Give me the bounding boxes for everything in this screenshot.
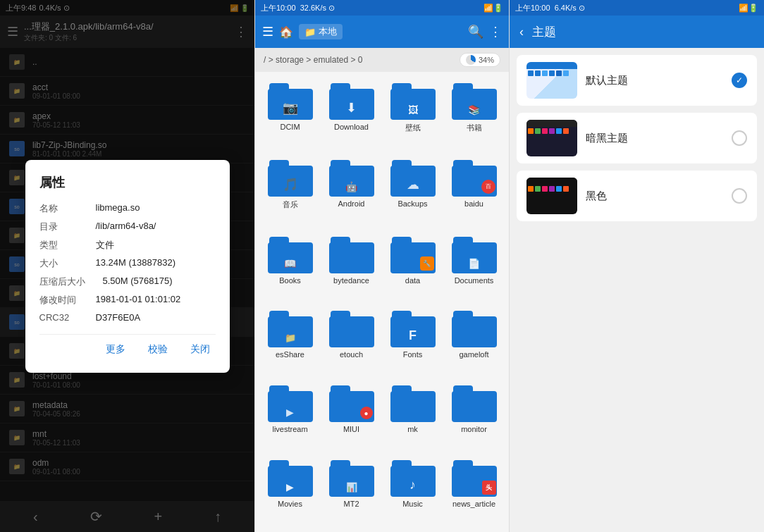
folder-img-documents: 📄 <box>452 237 497 273</box>
dialog-title: 属性 <box>39 174 216 191</box>
folder-documents[interactable]: 📄 Documents <box>445 231 503 303</box>
folder-img-news-article: 头 <box>452 460 497 497</box>
folder-icon: 📁 <box>304 27 316 37</box>
storage-pie-chart <box>466 55 476 65</box>
folder-music-cn[interactable]: 🎵 音乐 <box>261 154 319 228</box>
theme-preview-default <box>526 62 577 99</box>
folder-img-music-en: ♪ <box>390 460 436 497</box>
verify-button[interactable]: 校验 <box>142 340 173 359</box>
folder-label-news-article: news_article <box>452 500 495 508</box>
folder-label-android: Android <box>338 199 365 208</box>
folder-mt2[interactable]: 📊 MT2 <box>322 454 381 526</box>
dialog-label-modified: 修改时间 <box>39 294 96 307</box>
folder-img-bytedance <box>329 237 374 273</box>
folder-label-bytedance: bytedance <box>333 276 369 285</box>
dialog-row-type: 类型 文件 <box>39 239 216 252</box>
theme-name-black: 黑色 <box>586 190 723 203</box>
folder-img-esshare: 📁 <box>268 311 313 347</box>
folder-grid[interactable]: 📷 DCIM ⬇ Download 🖼 壁纸 <box>255 72 509 532</box>
folder-img-monitor <box>452 385 497 422</box>
dialog-label-name: 名称 <box>39 202 96 215</box>
folder-baidu[interactable]: 百 baidu <box>445 154 503 228</box>
status-bar-3: 上午10:00 6.4K/s ⊙ 📶🔋 <box>510 0 764 16</box>
folder-mk[interactable]: mk <box>383 380 442 452</box>
folder-label-livestream: livestream <box>272 425 307 433</box>
folder-img-dcim: 📷 <box>268 83 313 120</box>
dialog-label-dir: 目录 <box>39 221 96 233</box>
folder-monitor[interactable]: monitor <box>445 380 503 452</box>
dialog-row-crc: CRC32 D37F6E0A <box>39 312 216 323</box>
folder-fonts[interactable]: F Fonts <box>383 305 442 377</box>
search-icon[interactable]: 🔍 <box>468 24 483 39</box>
dialog-label-size: 大小 <box>39 257 96 270</box>
status-left-2: 上午10:00 32.6K/s ⊙ <box>261 3 335 13</box>
theme-name-default: 默认主题 <box>586 74 723 87</box>
dialog-actions: 更多 校验 关闭 <box>39 334 216 359</box>
dialog-row-size: 大小 13.24M (13887832) <box>39 257 216 270</box>
speed-2: 32.6K/s ⊙ <box>298 4 335 12</box>
folder-label-mt2: MT2 <box>344 500 359 508</box>
folder-livestream[interactable]: ▶ livestream <box>261 380 319 452</box>
folder-img-gameloft <box>452 311 497 347</box>
theme-item-black[interactable]: 黑色 <box>517 171 757 221</box>
folder-img-livestream: ▶ <box>268 385 313 422</box>
panel2-hamburger-icon[interactable]: ☰ <box>262 24 273 39</box>
folder-label-etouch: etouch <box>340 350 363 359</box>
folder-music-en[interactable]: ♪ Music <box>383 454 442 526</box>
folder-img-baidu: 百 <box>452 160 497 197</box>
folder-label-data: data <box>405 276 420 285</box>
dialog-row-name: 名称 libmega.so <box>39 202 216 215</box>
theme-item-dark[interactable]: 暗黑主题 <box>517 113 757 163</box>
folder-label-baidu: baidu <box>464 199 483 208</box>
panel3-header: ‹ 主题 <box>510 16 764 48</box>
folder-data[interactable]: 🔧 data <box>383 231 442 303</box>
status-right-2: 📶🔋 <box>483 4 503 13</box>
panel-theme: 上午10:00 6.4K/s ⊙ 📶🔋 ‹ 主题 <box>509 0 764 532</box>
folder-img-android: 🤖 <box>329 160 374 197</box>
folder-label-miui: MIUI <box>343 425 359 433</box>
panel-filebrowser: 上午10:00 32.6K/s ⊙ 📶🔋 ☰ 🏠 📁 本地 🔍 ⋮ / > st… <box>254 0 509 532</box>
close-button[interactable]: 关闭 <box>185 340 216 359</box>
folder-label-gameloft: gameloft <box>459 350 488 359</box>
theme-preview-black <box>526 178 577 214</box>
folder-books-cn[interactable]: 📚 书籍 <box>445 78 503 151</box>
folder-gameloft[interactable]: gameloft <box>445 305 503 377</box>
folder-img-etouch <box>329 311 374 347</box>
folder-etouch[interactable]: etouch <box>322 305 381 377</box>
theme-radio-default[interactable] <box>732 73 747 88</box>
folder-img-movies: ▶ <box>268 460 313 497</box>
folder-miui[interactable]: ● MIUI <box>322 380 381 452</box>
folder-download[interactable]: ⬇ Download <box>322 78 381 151</box>
folder-img-download: ⬇ <box>329 83 374 120</box>
folder-label-books-cn: 书籍 <box>467 123 482 133</box>
properties-dialog: 属性 名称 libmega.so 目录 /lib/arm64-v8a/ 类型 文… <box>25 160 230 373</box>
folder-esshare[interactable]: 📁 esShare <box>261 305 319 377</box>
folder-img-books-en: 📖 <box>268 237 313 273</box>
folder-img-fonts: F <box>390 311 436 347</box>
theme-radio-dark[interactable] <box>732 130 747 146</box>
folder-books-en[interactable]: 📖 Books <box>261 231 319 303</box>
theme-item-default[interactable]: 默认主题 <box>517 55 757 106</box>
folder-android[interactable]: 🤖 Android <box>322 154 381 228</box>
folder-movies[interactable]: ▶ Movies <box>261 454 319 526</box>
folder-wallpaper[interactable]: 🖼 壁纸 <box>383 78 442 151</box>
folder-label-movies: Movies <box>278 500 302 508</box>
menu-icon[interactable]: ⋮ <box>489 24 502 39</box>
dialog-overlay[interactable]: 属性 名称 libmega.so 目录 /lib/arm64-v8a/ 类型 文… <box>0 0 254 532</box>
dialog-row-dir: 目录 /lib/arm64-v8a/ <box>39 221 216 233</box>
folder-img-music-cn: 🎵 <box>268 160 313 197</box>
theme-name-dark: 暗黑主题 <box>586 132 723 145</box>
home-icon[interactable]: 🏠 <box>279 25 293 39</box>
folder-img-miui: ● <box>329 385 374 422</box>
back-icon[interactable]: ‹ <box>519 25 524 39</box>
folder-dcim[interactable]: 📷 DCIM <box>261 78 319 151</box>
breadcrumb-bar: / > storage > emulated > 0 34% <box>255 48 509 72</box>
folder-news-article[interactable]: 头 news_article <box>445 454 503 526</box>
theme-radio-black[interactable] <box>732 188 747 204</box>
local-label: 本地 <box>319 25 337 38</box>
folder-backups[interactable]: ☁ Backups <box>383 154 442 228</box>
storage-percent: 34% <box>479 56 494 64</box>
local-folder-badge[interactable]: 📁 本地 <box>299 24 343 39</box>
folder-bytedance[interactable]: bytedance <box>322 231 381 303</box>
more-button[interactable]: 更多 <box>100 340 131 359</box>
